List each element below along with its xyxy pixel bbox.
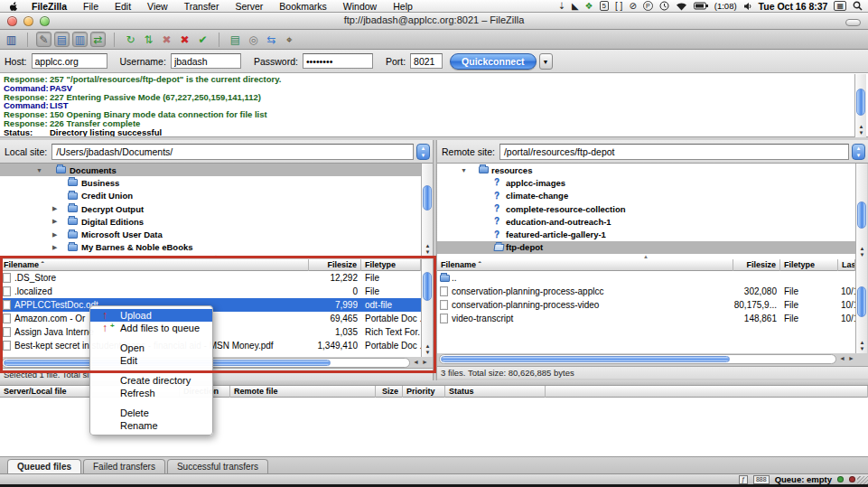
disclosure-open-icon[interactable]: ▼ [461,167,467,173]
context-menu-item-edit[interactable]: Edit [90,354,212,367]
queue-column-priority[interactable]: Priority [403,386,445,398]
window-title-bar[interactable]: ftp://jbadash@applcc.org:8021 – FileZill… [0,13,868,30]
splitter-nub[interactable]: ▲ [213,254,219,259]
context-menu-item-add-files-to-queue[interactable]: ↑+Add files to queue [90,322,212,334]
brackets-icon[interactable]: [ ] [615,0,622,13]
toggle-local-tree-icon[interactable]: ▤ [54,32,70,47]
toggle-log-icon[interactable]: ✎ [36,32,51,47]
p-badge-icon[interactable]: P [643,1,653,11]
tree-item-climate-change[interactable]: ?climate-change [437,190,855,202]
file-row--ds-store[interactable]: .DS_Store12,292File [0,271,421,285]
menu-transfer[interactable]: Transfer [176,0,228,13]
five-badge-icon[interactable]: 5 [600,1,609,11]
tree-item-business[interactable]: Business [0,176,421,189]
spotlight-icon[interactable] [853,1,863,11]
local-file-list-scrollbar[interactable]: ▲▼ [421,259,433,357]
column-header-filesize[interactable]: Filesize [733,259,780,271]
column-header-filesize[interactable]: Filesize [309,259,361,271]
remote-path-combo[interactable]: /portal/resources/ftp-depot [499,144,849,160]
toggle-queue-icon[interactable]: ⇄ [90,32,106,47]
password-input[interactable] [303,53,373,69]
disconnect-icon[interactable]: ✖ [177,32,192,47]
reconnect-icon[interactable]: ✔ [195,32,210,47]
column-header-filename[interactable]: Filename ˆ [0,259,309,271]
tree-item-credit-union[interactable]: Credit Union [0,190,421,202]
file-row-video-transcript[interactable]: video-transcript148,861File10/11 [437,312,855,325]
context-menu-item-rename[interactable]: Rename [90,419,212,432]
local-tree-scrollbar[interactable]: ▲▼ [421,164,433,257]
local-path-stepper[interactable]: ▲▼ [416,144,430,160]
apple-menu-icon[interactable] [0,1,23,12]
quickconnect-dropdown-arrow[interactable]: ▼ [539,53,553,70]
tree-item-featured-article-gallery-1[interactable]: ?featured-article-gallery-1 [437,229,855,241]
scroll-left-arrow[interactable]: ◄ [413,359,419,365]
file-row-conservation-planning-process-applcc[interactable]: conservation-planning-process-applcc302,… [437,285,855,298]
quickconnect-button[interactable]: Quickconnect [450,53,536,70]
log-scrollbar[interactable]: ▲▼ [854,74,866,137]
username-input[interactable] [171,53,241,69]
process-queue-icon[interactable]: ⇅ [141,32,156,47]
download-icon[interactable]: ⇣ [558,0,565,13]
context-menu-item-refresh[interactable]: Refresh [90,387,212,399]
disclosure-closed-icon[interactable]: ▶ [52,205,57,212]
display-icon[interactable]: ▦ [834,1,846,11]
menu-help[interactable]: Help [385,0,421,13]
battery-icon[interactable] [694,2,708,10]
remote-file-list-scrollbar[interactable]: ▲▼ [855,259,867,353]
disclosure-open-icon[interactable]: ▼ [36,167,42,173]
tree-item-documents[interactable]: ▼Documents [0,164,421,176]
menu-view[interactable]: View [139,0,176,13]
remote-path-stepper[interactable]: ▲▼ [852,144,865,160]
refresh-icon[interactable]: ↻ [123,32,138,47]
filter-icon[interactable]: ▤ [228,32,243,47]
tree-item-applcc-images[interactable]: ?applcc-images [437,176,855,189]
queue-column-status[interactable]: Status [445,386,546,398]
queue-column-spare[interactable] [546,386,868,398]
tree-item-complete-resource-collection[interactable]: ?complete-resource-collection [437,202,855,215]
wifi-icon[interactable] [676,2,687,11]
queue-column-remote-file[interactable]: Remote file [230,386,376,398]
menu-server[interactable]: Server [227,0,271,13]
time-machine-icon[interactable] [659,1,669,11]
menu-file[interactable]: File [75,0,107,13]
column-header-filetype[interactable]: Filetype [361,259,421,271]
tab-successful-transfers[interactable]: Successful transfers [167,459,268,473]
toggle-remote-tree-icon[interactable]: ▥ [72,32,88,47]
scroll-left-arrow[interactable]: ◄ [839,355,845,361]
tree-item-microsoft-user-data[interactable]: ▶Microsoft User Data [0,229,421,241]
tree-item-decrypt-output[interactable]: ▶Decrypt Output [0,202,421,215]
tab-queued-files[interactable]: Queued files [7,459,81,473]
local-path-combo[interactable]: /Users/jbadash/Documents/ [51,144,414,160]
column-header-filename[interactable]: Filename ˆ [437,259,733,271]
scroll-right-arrow[interactable]: ► [848,355,854,361]
disclosure-closed-icon[interactable]: ▶ [52,244,57,251]
host-input[interactable] [32,53,107,69]
disclosure-closed-icon[interactable]: ▶ [52,218,57,225]
plugin-icon[interactable]: ❖ [585,0,593,13]
volume-icon[interactable] [743,2,752,11]
port-input[interactable] [410,53,443,69]
menu-window[interactable]: Window [335,0,385,13]
prohibit-icon[interactable]: ⊘ [629,0,636,13]
context-menu-item-upload[interactable]: ↑Upload [90,309,212,322]
disclosure-closed-icon[interactable]: ▶ [52,231,57,239]
remote-tree-scrollbar[interactable]: ▲▼ [855,164,867,259]
compare-icon[interactable]: ◎ [246,32,261,47]
menu-bookmarks[interactable]: Bookmarks [271,0,335,13]
column-header-last-m[interactable]: Last m [838,259,855,271]
tab-failed-transfers[interactable]: Failed transfers [83,459,165,473]
scroll-right-arrow[interactable]: ► [422,359,428,365]
tree-item-resources[interactable]: ▼resources [437,164,855,176]
context-menu-item-open[interactable]: Open [90,342,212,354]
column-header-filetype[interactable]: Filetype [780,259,838,271]
site-manager-icon[interactable]: ▥ [4,32,19,47]
tree-item-ftp-depot[interactable]: ftp-depot [437,241,855,254]
find-icon[interactable]: ⌖ [282,32,297,47]
file-row--localized[interactable]: .localized0File [0,285,421,298]
cancel-transfer-icon[interactable]: ✖ [159,32,174,47]
remote-horizontal-scrollbar[interactable] [439,354,836,364]
menu-filezilla[interactable]: FileZilla [23,0,75,13]
file-row-conservation-planning-process-video[interactable]: conservation-planning-process-video80,17… [437,298,855,312]
queue-column-size[interactable]: Size [376,386,403,398]
tree-item-education-and-outreach-1[interactable]: ?education-and-outreach-1 [437,215,855,228]
